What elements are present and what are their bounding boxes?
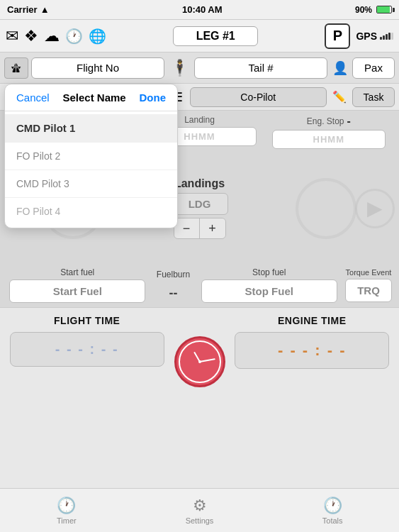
dropdown-cancel-button[interactable]: Cancel (16, 92, 50, 104)
eng-stop-input[interactable]: HHMM (272, 130, 386, 149)
gps-indicator: GPS (356, 31, 393, 42)
flight-no-button[interactable]: Flight No (31, 57, 164, 79)
engine-time-title: ENGINE TIME (278, 315, 347, 326)
settings-tab-label: Settings (186, 516, 214, 525)
torque-input[interactable]: TRQ (345, 279, 393, 302)
landings-stepper: − + (174, 218, 226, 239)
fuelburn-label: Fuelburn (157, 270, 190, 279)
start-fuel-col: Start fuel Start Fuel (6, 267, 150, 303)
start-fuel-label: Start fuel (60, 267, 94, 277)
timer-tab-label: Timer (57, 516, 77, 525)
landings-input[interactable]: LDG (172, 193, 228, 215)
clock-hand-minute (199, 358, 215, 362)
dropdown-item-2[interactable]: FO Pilot 2 (5, 143, 177, 170)
task-button[interactable]: Task (352, 87, 395, 107)
copilot-button[interactable]: Co-Pilot (190, 87, 327, 107)
flight-time-col: FLIGHT TIME - - - : - - (6, 315, 169, 367)
dropdown-item-3[interactable]: CMD Pilot 3 (5, 170, 177, 198)
stop-fuel-label: Stop fuel (252, 267, 286, 277)
status-left: Carrier ▲ (7, 4, 50, 15)
totals-tab-label: Totals (322, 516, 343, 525)
engine-time-display: - - - : - - (235, 332, 389, 369)
mail-icon[interactable]: ✉ (6, 27, 18, 45)
dropdown-header: Cancel Select Name Done (5, 84, 177, 111)
dropbox-icon[interactable]: ❖ (24, 27, 38, 45)
leg-label: LEG #1 (196, 30, 235, 42)
status-time: 10:40 AM (182, 4, 223, 15)
totals-tab-icon: 🕐 (323, 497, 342, 515)
dropdown-item-1[interactable]: CMD Pilot 1 (5, 114, 177, 143)
clock-icon[interactable]: 🕐 (65, 28, 83, 45)
stop-fuel-input[interactable]: Stop Fuel (201, 279, 337, 303)
person-icon: 🕴 (167, 57, 191, 79)
stop-fuel-col: Stop fuel Stop Fuel (198, 267, 342, 303)
tab-bar: 🕐 Timer ⚙ Settings 🕐 Totals (0, 488, 399, 532)
battery-icon (376, 6, 392, 13)
timer-tab-icon: 🕐 (57, 497, 76, 515)
dropdown-done-button[interactable]: Done (139, 92, 166, 104)
eng-stop-label: Eng. Stop (307, 116, 344, 126)
carrier-label: Carrier (7, 4, 38, 15)
tab-timer[interactable]: 🕐 Timer (0, 497, 133, 525)
tab-totals[interactable]: 🕐 Totals (266, 497, 399, 525)
cloud-icon[interactable]: ☁ (44, 27, 60, 45)
leg-selector[interactable]: LEG #1 (173, 26, 258, 46)
wm-clock-right (296, 178, 356, 239)
route-icon[interactable]: 🛣 (4, 57, 28, 79)
eng-stop-col: Eng. Stop - HHMM (264, 115, 393, 149)
top-nav-left: ✉ ❖ ☁ 🕐 🌐 (6, 27, 106, 45)
landings-label: Landings (174, 177, 225, 190)
flight-time-display: - - - : - - (10, 332, 164, 367)
edit-icon[interactable]: ✏️ (330, 87, 349, 108)
status-bar: Carrier ▲ 10:40 AM 90% (0, 0, 399, 20)
gps-signal-bars (380, 33, 393, 40)
dropdown-list: CMD Pilot 1 FO Pilot 2 CMD Pilot 3 FO Pi… (5, 111, 177, 228)
wm-right-arrow: ▶ (355, 189, 395, 228)
settings-tab-icon: ⚙ (193, 497, 207, 515)
fuel-section: Start fuel Start Fuel Fuelburn -- Stop f… (0, 263, 399, 307)
tail-button[interactable]: Tail # (194, 57, 327, 79)
tab-settings[interactable]: ⚙ Settings (133, 497, 266, 525)
eng-stop-dash: - (347, 115, 351, 128)
timer-section: FLIGHT TIME - - - : - - ENGINE TIME - - … (0, 307, 399, 394)
fuelburn-value: -- (169, 282, 178, 301)
torque-col: Torque Event TRQ (344, 268, 393, 302)
dropdown-title: Select Name (62, 92, 125, 104)
wifi-icon: ▲ (40, 4, 50, 15)
flight-time-title: FLIGHT TIME (54, 315, 120, 326)
pax-button[interactable]: Pax (352, 57, 395, 79)
clock-center-dot (198, 360, 201, 363)
timer-clock[interactable] (174, 336, 225, 387)
pax-person-icon: 👤 (330, 57, 350, 79)
engine-time-col: ENGINE TIME - - - : - - (231, 315, 394, 369)
globe-icon[interactable]: 🌐 (89, 28, 106, 45)
dropdown-panel: Cancel Select Name Done CMD Pilot 1 FO P… (4, 84, 178, 228)
top-nav-right: P GPS (325, 23, 393, 49)
dropdown-item-4[interactable]: FO Pilot 4 (5, 198, 177, 225)
battery-percent: 90% (355, 5, 372, 15)
top-nav: ✉ ❖ ☁ 🕐 🌐 LEG #1 P GPS (0, 20, 399, 52)
clock-face (179, 340, 221, 383)
fuelburn-col: Fuelburn -- (152, 270, 195, 301)
second-row: 🛣 Flight No 🕴 Tail # 👤 Pax (0, 52, 399, 84)
start-fuel-input[interactable]: Start Fuel (9, 279, 145, 303)
torque-label: Torque Event (346, 268, 392, 277)
status-right: 90% (355, 5, 392, 15)
landings-center: Landings LDG − + (172, 177, 228, 239)
pax-area: 👤 Pax (330, 57, 395, 79)
timer-clock-col[interactable] (174, 315, 225, 387)
increment-button[interactable]: + (200, 218, 225, 238)
landing-label: Landing (184, 115, 215, 125)
parking-button[interactable]: P (325, 23, 350, 49)
